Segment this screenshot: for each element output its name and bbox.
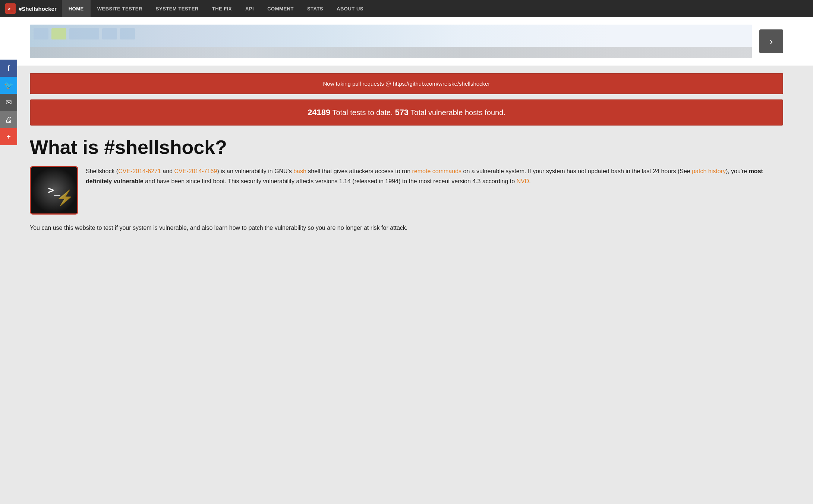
- banner-next-button[interactable]: ›: [759, 29, 783, 53]
- facebook-icon: f: [7, 64, 10, 73]
- nav-system-tester[interactable]: SYSTEM TESTER: [149, 0, 205, 17]
- nav-stats[interactable]: STATS: [300, 0, 330, 17]
- stats-banner: 24189 Total tests to date. 573 Total vul…: [30, 99, 783, 126]
- intro-text-7: and have been since first boot. This sec…: [144, 178, 517, 184]
- hosts-label: Total vulnerable hosts found.: [410, 108, 505, 117]
- print-button[interactable]: 🖨: [0, 111, 17, 128]
- intro-text-4: shell that gives attackers access to run: [306, 168, 412, 174]
- banner-ad: [30, 25, 752, 58]
- notice-banner: Now taking pull requests @ https://githu…: [30, 73, 783, 94]
- ad-blocks: [34, 28, 135, 39]
- cve1-link[interactable]: CVE-2014-6271: [118, 168, 161, 174]
- tests-label-text: Total tests to date.: [332, 108, 393, 117]
- main-content: › Now taking pull requests @ https://git…: [0, 17, 813, 241]
- cve2-link[interactable]: CVE-2014-7169: [174, 168, 217, 174]
- article-paragraph-2: You can use this website to test if your…: [30, 223, 783, 233]
- nav-api[interactable]: API: [239, 0, 261, 17]
- more-button[interactable]: +: [0, 128, 17, 145]
- nav-comment[interactable]: COMMENT: [261, 0, 300, 17]
- chevron-right-icon: ›: [770, 36, 773, 47]
- remote-commands-link[interactable]: remote commands: [412, 168, 462, 174]
- ad-block-4: [102, 28, 117, 39]
- ad-block-2: [51, 28, 66, 39]
- twitter-icon: 🐦: [4, 81, 13, 90]
- intro-text-2: and: [161, 168, 174, 174]
- banner-area: ›: [0, 17, 813, 66]
- brand-icon: >_: [5, 3, 16, 14]
- intro-text-5: on a vulnerable system. If your system h…: [461, 168, 692, 174]
- nav-home[interactable]: HOME: [62, 0, 91, 17]
- shellshocker-logo: >_ ⚡: [30, 166, 78, 215]
- brand-name: #Shellshocker: [19, 6, 57, 12]
- nav-brand[interactable]: >_ #Shellshocker: [0, 0, 62, 17]
- content-area: Now taking pull requests @ https://githu…: [0, 66, 813, 241]
- article-intro: >_ ⚡ Shellshock (CVE-2014-6271 and CVE-2…: [30, 166, 783, 215]
- nav-the-fix[interactable]: THE FIX: [205, 0, 239, 17]
- ad-bottom-bar: [30, 47, 752, 58]
- facebook-button[interactable]: f: [0, 60, 17, 77]
- hosts-count: 573: [395, 108, 409, 117]
- intro-paragraph: Shellshock (CVE-2014-6271 and CVE-2014-7…: [86, 166, 783, 215]
- intro-text-1: Shellshock (: [86, 168, 118, 174]
- nav-links: HOME WEBSITE TESTER SYSTEM TESTER THE FI…: [62, 0, 370, 17]
- plus-icon: +: [6, 133, 11, 141]
- tests-count: 24189: [308, 108, 330, 117]
- ad-block-5: [120, 28, 135, 39]
- notice-text: Now taking pull requests @ https://githu…: [323, 80, 490, 87]
- nav-about-us[interactable]: ABOUT US: [330, 0, 370, 17]
- intro-text-8: .: [529, 178, 530, 184]
- intro-text-3: ) is an vulnerability in GNU's: [217, 168, 293, 174]
- twitter-button[interactable]: 🐦: [0, 77, 17, 94]
- patch-history-link[interactable]: patch history: [692, 168, 726, 174]
- ad-block-3: [69, 28, 99, 39]
- email-button[interactable]: ✉: [0, 94, 17, 111]
- nav-website-tester[interactable]: WEBSITE TESTER: [91, 0, 149, 17]
- article-title: What is #shellshock?: [30, 137, 783, 158]
- bash-link[interactable]: bash: [293, 168, 306, 174]
- ad-block-1: [34, 28, 48, 39]
- email-icon: ✉: [6, 98, 12, 107]
- intro-text-6: ), you're: [726, 168, 749, 174]
- social-sidebar: f 🐦 ✉ 🖨 +: [0, 60, 17, 145]
- article-body: >_ ⚡ Shellshock (CVE-2014-6271 and CVE-2…: [30, 166, 783, 233]
- nvd-link[interactable]: NVD: [517, 178, 529, 184]
- nav-bar: >_ #Shellshocker HOME WEBSITE TESTER SYS…: [0, 0, 813, 17]
- print-icon: 🖨: [5, 115, 12, 124]
- brand-icon-text: >_: [8, 6, 13, 12]
- terminal-icon: >_: [48, 181, 60, 199]
